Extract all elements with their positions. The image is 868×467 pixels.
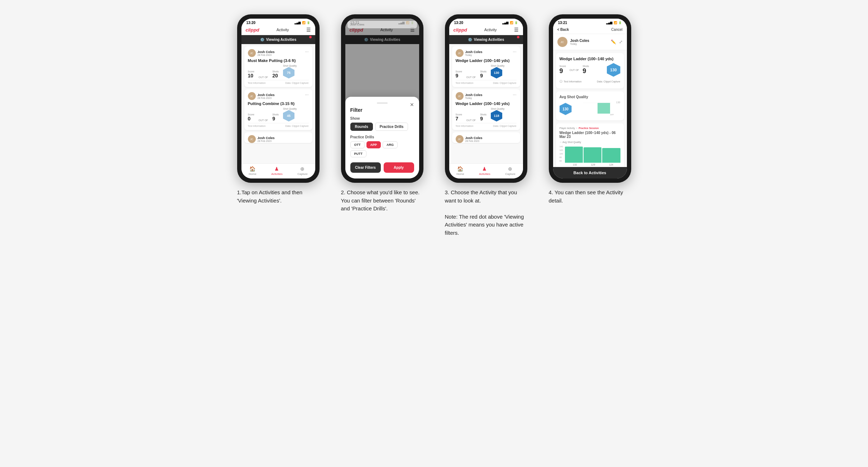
back-to-activities-btn-4[interactable]: Back to Activities — [553, 167, 627, 178]
caption-1: 1.Tap on Activities and then 'Viewing Ac… — [237, 189, 320, 205]
bar-val-1-4: 132 — [573, 163, 577, 166]
shots-value-3-2: 9 — [480, 116, 486, 121]
signal-icon-4: ▂▄▆ — [606, 21, 613, 24]
activities-icon-3: ♟ — [482, 166, 487, 172]
show-label-2: Show — [350, 116, 414, 120]
time-3: 13:20 — [454, 21, 464, 25]
activity-card-1-1[interactable]: JC Josh Coles 28 Feb 2023 ··· Must Make … — [244, 46, 312, 87]
activity-card-3-3[interactable]: JC Josh Coles 28 Feb 2023 — [452, 132, 520, 143]
activity-card-3-2[interactable]: JC Josh Coles Today ··· Wedge Ladder (10… — [452, 89, 520, 130]
activity-list-1: JC Josh Coles 28 Feb 2023 ··· Must Make … — [241, 44, 315, 163]
tag-arg-2[interactable]: ARG — [383, 141, 398, 148]
card-header-1-2: JC Josh Coles 28 Feb 2023 ··· — [248, 92, 309, 100]
stat-out-3-2: OUT OF — [466, 119, 476, 121]
info-right-3-1: Data: Clippd Capture — [493, 82, 516, 84]
menu-icon-1[interactable]: ☰ — [306, 27, 311, 33]
nav-activities-3[interactable]: ♟ Activities — [479, 166, 490, 176]
user-name-1-1: Josh Coles — [258, 50, 275, 54]
nav-capture-1[interactable]: ⊕ Capture — [297, 166, 307, 176]
info-right-1-2: Data: Clippd Capture — [285, 125, 308, 127]
caption-2: 2. Choose what you'd like to see. You ca… — [341, 189, 423, 213]
filter-title-2: Filter — [350, 107, 414, 113]
out-of-4: OUT OF — [569, 69, 580, 71]
card-header-3-1: JC Josh Coles Today ··· — [456, 49, 517, 57]
practice-session-card-4: Player Activity › Practice Session Wedge… — [556, 123, 624, 167]
user-text-1-2: Josh Coles 28 Feb 2023 — [258, 93, 275, 99]
user-text-3-3: Josh Coles 28 Feb 2023 — [465, 136, 483, 142]
practice-toggle-2[interactable]: Practice Drills — [375, 123, 408, 131]
dots-3-1[interactable]: ··· — [513, 49, 516, 54]
detail-stats-row-4: Score 9 OUT OF Shots 9 130 — [560, 63, 620, 77]
nav-home-1[interactable]: 🏠 Home — [249, 166, 256, 176]
info-text-4: Test Information — [564, 80, 582, 83]
nav-activities-1[interactable]: ♟ Activities — [271, 166, 283, 176]
status-icons-1: ▂▄▆ 📶 🔋 — [294, 21, 310, 24]
card-header-3-3: JC Josh Coles 28 Feb 2023 — [456, 135, 517, 143]
sq-label-1-2: Shot Quality — [283, 108, 297, 110]
apply-btn-2[interactable]: Apply — [384, 162, 414, 173]
stat-outof-3-1: OUT OF — [466, 76, 476, 78]
tag-putt-2[interactable]: PUTT — [350, 150, 367, 157]
avg-sq-label-4: Avg Shot Quality — [560, 95, 620, 99]
sq-hex-4: 130 — [607, 63, 620, 77]
stat-out-1-1: OUT OF — [259, 76, 268, 78]
card-footer-1-2: Test Information Data: Clippd Capture — [248, 123, 309, 127]
sq-hex-1-2: 45 — [283, 110, 294, 121]
detail-stat-card-4: Wedge Ladder (100–140 yds) Score 9 OUT O… — [556, 53, 624, 89]
edit-icon-4[interactable]: ✏️ — [611, 39, 616, 44]
back-btn-4[interactable]: < Back — [557, 28, 569, 32]
phone-3-section: 13:20 ▂▄▆ 📶 🔋 clippd Activity ☰ ⚙️ V — [440, 14, 533, 237]
detail-user-row-4: JC Josh Coles Today ✏️ ⤢ — [553, 34, 627, 50]
stats-row-3-2: Score 7 OUT OF Shots 9 Shot Qu — [456, 108, 517, 121]
practice-session-link-4[interactable]: Practice Session — [579, 127, 599, 129]
user-name-3-2: Josh Coles — [465, 93, 483, 97]
avatar-3-1: JC — [456, 49, 464, 57]
avatar-1-1: JC — [248, 49, 256, 57]
user-text-3-1: Josh Coles Today — [465, 50, 483, 56]
activity-card-1-3[interactable]: JC Josh Coles 28 Feb 2023 — [244, 132, 312, 143]
menu-icon-3[interactable]: ☰ — [514, 27, 519, 33]
avatar-1-2: JC — [248, 92, 256, 100]
viewing-bar-text-1: Viewing Activities — [266, 38, 296, 42]
nav-home-3[interactable]: 🏠 Home — [456, 166, 464, 176]
bar-chart-4: 140 120 100 80 60 — [560, 145, 620, 163]
expand-icon-4[interactable]: ⤢ — [619, 39, 623, 44]
modal-close-btn-2[interactable]: ✕ — [410, 102, 414, 108]
dots-1-1[interactable]: ··· — [305, 49, 308, 54]
avatar-3-2: JC — [456, 92, 464, 100]
tag-ott-2[interactable]: OTT — [350, 141, 365, 148]
time-1: 13:20 — [246, 21, 256, 25]
stats-row-1-2: Score 0 OUT OF Shots 9 Shot Qu — [248, 108, 309, 121]
rounds-toggle-2[interactable]: Rounds — [350, 123, 373, 131]
user-text-1-1: Josh Coles 28 Feb 2023 — [258, 50, 275, 56]
tag-app-2[interactable]: APP — [366, 141, 381, 148]
stat-score-1-2: Score 0 — [248, 113, 254, 121]
detail-avatar-4: JC — [557, 37, 567, 47]
phone-1-frame: 13:20 ▂▄▆ 📶 🔋 clippd Activity ☰ ⚙️ V — [237, 14, 320, 183]
user-text-3-2: Josh Coles Today — [465, 93, 483, 99]
viewing-bar-1[interactable]: ⚙️ Viewing Activities — [241, 35, 315, 44]
nav-capture-3[interactable]: ⊕ Capture — [505, 166, 515, 176]
user-name-3-3: Josh Coles — [465, 136, 483, 140]
user-info-3-1: JC Josh Coles Today — [456, 49, 483, 57]
signal-icon-3: ▂▄▆ — [502, 21, 509, 24]
signal-icon-1: ▂▄▆ — [294, 21, 301, 24]
clear-filters-btn-2[interactable]: Clear Filters — [350, 162, 381, 173]
dots-3-2[interactable]: ··· — [513, 92, 516, 97]
user-info-1-3: JC Josh Coles 28 Feb 2023 — [248, 135, 275, 143]
stat-shots-3-1: Shots 9 — [480, 70, 486, 78]
dots-1-2[interactable]: ··· — [305, 92, 308, 97]
viewing-bar-3[interactable]: ⚙️ Viewing Activities — [449, 35, 523, 44]
stat-outof-1-2: OUT OF — [259, 119, 268, 121]
info-left-3-1: Test Information — [456, 82, 474, 84]
user-date-3-1: Today — [465, 54, 483, 56]
nav-activities-label-3: Activities — [479, 172, 490, 176]
stat-shots-3-2: Shots 9 — [480, 113, 486, 121]
activity-card-3-1[interactable]: JC Josh Coles Today ··· Wedge Ladder (10… — [452, 46, 520, 87]
activity-card-1-2[interactable]: JC Josh Coles 28 Feb 2023 ··· Putting Co… — [244, 89, 312, 130]
phone-1-screen: 13:20 ▂▄▆ 📶 🔋 clippd Activity ☰ ⚙️ V — [241, 19, 315, 178]
bottom-nav-1: 🏠 Home ♟ Activities ⊕ Capture — [241, 163, 315, 178]
svg-rect-0 — [598, 103, 610, 114]
detail-shots-block-4: Shots 9 — [582, 65, 589, 75]
cancel-btn-4[interactable]: Cancel — [611, 28, 622, 32]
